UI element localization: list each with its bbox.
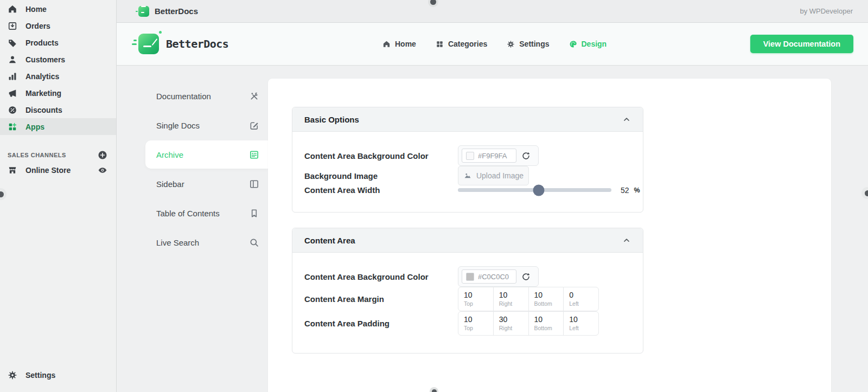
margin-left-input[interactable]: 0 Left <box>563 287 598 311</box>
content-bg-color-row: Content Area Background Color #C0C0C0 <box>304 266 631 287</box>
margin-value: 10 <box>499 291 526 300</box>
field-label: Content Area Padding <box>304 319 458 328</box>
nav-item-label: Settings <box>519 40 549 48</box>
margin-value: 0 <box>569 291 596 300</box>
width-slider: 52 % <box>458 186 640 195</box>
margin-bottom-input[interactable]: 10 Bottom <box>528 287 564 311</box>
padding-right-input[interactable]: 30 Right <box>493 312 528 335</box>
home-icon <box>382 40 391 48</box>
padding-value: 10 <box>534 315 561 324</box>
design-tab-label: Single Docs <box>156 121 200 130</box>
upload-image-button[interactable]: Upload Image <box>458 166 529 185</box>
padding-top-input[interactable]: 10 Top <box>458 312 493 335</box>
settings-panel: Basic Options Content Area Background Co… <box>268 79 831 392</box>
nav-item-settings[interactable]: Settings <box>507 40 549 48</box>
nav-item-design[interactable]: Design <box>569 40 607 48</box>
margin-value: 10 <box>534 291 561 300</box>
nav-item-home[interactable]: Home <box>382 40 416 48</box>
color-swatch[interactable] <box>466 152 474 160</box>
margin-value: 10 <box>464 291 491 300</box>
margin-pos-label: Bottom <box>534 300 561 307</box>
chevron-up-icon[interactable] <box>622 115 631 124</box>
content-margin-row: Content Area Margin 10 Top 10 Right <box>304 287 631 311</box>
app-window: Home Orders Products Customers Analytics… <box>0 0 868 392</box>
design-tab-sidebar[interactable]: Sidebar <box>145 170 268 198</box>
basic-options-card: Basic Options Content Area Background Co… <box>292 107 643 213</box>
cursor-dot-bottom <box>430 387 438 392</box>
slider-track[interactable] <box>458 188 611 192</box>
width-unit: % <box>634 187 640 194</box>
view-documentation-button[interactable]: View Documentation <box>750 35 853 53</box>
app-header: BetterDocs Home Categories Settings Des <box>117 23 868 66</box>
color-hex-value: #C0C0C0 <box>478 273 509 281</box>
nav-item-label: Home <box>395 40 416 48</box>
design-tab-archive[interactable]: Archive <box>145 140 268 169</box>
content-area-header: Content Area <box>292 228 643 253</box>
chevron-up-icon[interactable] <box>622 236 631 245</box>
color-hex-input[interactable]: #F9F9FA <box>462 149 516 163</box>
gear-icon <box>507 40 515 48</box>
content-area: Documentation Single Docs Archive Sideba… <box>117 66 868 392</box>
design-tab-label: Documentation <box>156 92 211 101</box>
design-tab-table-of-contents[interactable]: Table of Contents <box>145 199 268 227</box>
color-picker-field: #F9F9FA <box>458 145 539 166</box>
margin-top-input[interactable]: 10 Top <box>458 287 493 311</box>
padding-value: 30 <box>499 315 526 324</box>
edit-doc-icon <box>249 120 259 131</box>
field-label: Background Image <box>304 171 458 181</box>
field-label: Content Area Margin <box>304 294 458 304</box>
padding-pos-label: Left <box>569 325 596 331</box>
design-tab-single-docs[interactable]: Single Docs <box>145 111 268 139</box>
betterdocs-logo-small-icon <box>138 6 149 17</box>
padding-value: 10 <box>569 315 596 324</box>
field-label: Content Area Background Color <box>304 272 458 281</box>
background-image-row: Background Image Upload Image <box>304 166 631 185</box>
betterdocs-logo-icon <box>138 34 159 54</box>
design-tab-label: Table of Contents <box>156 209 220 218</box>
basic-options-header: Basic Options <box>292 107 643 132</box>
width-value: 52 <box>621 186 629 195</box>
design-tab-label: Archive <box>156 150 183 159</box>
padding-left-input[interactable]: 10 Left <box>563 312 598 335</box>
color-swatch[interactable] <box>466 273 474 281</box>
design-settings-sidebar: Documentation Single Docs Archive Sideba… <box>117 66 268 256</box>
margin-input-group: 10 Top 10 Right 10 Bottom <box>458 287 599 311</box>
padding-bottom-input[interactable]: 10 Bottom <box>528 312 564 335</box>
bookmark-icon <box>249 208 259 219</box>
content-bg-color-row: Content Area Background Color #F9F9FA <box>304 145 631 166</box>
design-tab-label: Live Search <box>156 238 199 247</box>
grid-icon <box>436 40 444 48</box>
search-icon <box>249 237 259 248</box>
reset-color-icon[interactable] <box>521 151 531 160</box>
color-picker-field: #C0C0C0 <box>458 266 539 287</box>
upload-image-label: Upload Image <box>476 171 524 180</box>
image-icon <box>463 171 472 180</box>
padding-value: 10 <box>464 315 491 324</box>
content-area-card: Content Area Content Area Background Col… <box>292 228 643 354</box>
card-title: Content Area <box>304 236 355 245</box>
field-label: Content Area Background Color <box>304 151 458 160</box>
design-tab-documentation[interactable]: Documentation <box>145 82 268 110</box>
margin-pos-label: Right <box>499 300 526 307</box>
color-hex-input[interactable]: #C0C0C0 <box>462 269 516 284</box>
card-title: Basic Options <box>304 115 359 124</box>
columns-icon <box>249 179 259 189</box>
nav-item-label: Design <box>582 40 607 48</box>
tools-icon <box>249 91 259 101</box>
brand-name: BetterDocs <box>166 37 228 50</box>
margin-pos-label: Top <box>464 300 491 307</box>
brand: BetterDocs <box>138 34 228 54</box>
slider-thumb[interactable] <box>533 184 544 196</box>
color-hex-value: #F9F9FA <box>478 152 507 160</box>
padding-pos-label: Bottom <box>534 325 561 331</box>
margin-right-input[interactable]: 10 Right <box>493 287 528 311</box>
nav-item-label: Categories <box>448 40 487 48</box>
nav-item-categories[interactable]: Categories <box>436 40 487 48</box>
margin-pos-label: Left <box>569 300 596 307</box>
reset-color-icon[interactable] <box>521 272 531 281</box>
palette-icon <box>569 40 577 48</box>
design-tab-label: Sidebar <box>156 179 184 189</box>
padding-pos-label: Right <box>499 325 526 331</box>
design-tab-live-search[interactable]: Live Search <box>145 228 268 256</box>
padding-input-group: 10 Top 30 Right 10 Bottom <box>458 311 599 336</box>
